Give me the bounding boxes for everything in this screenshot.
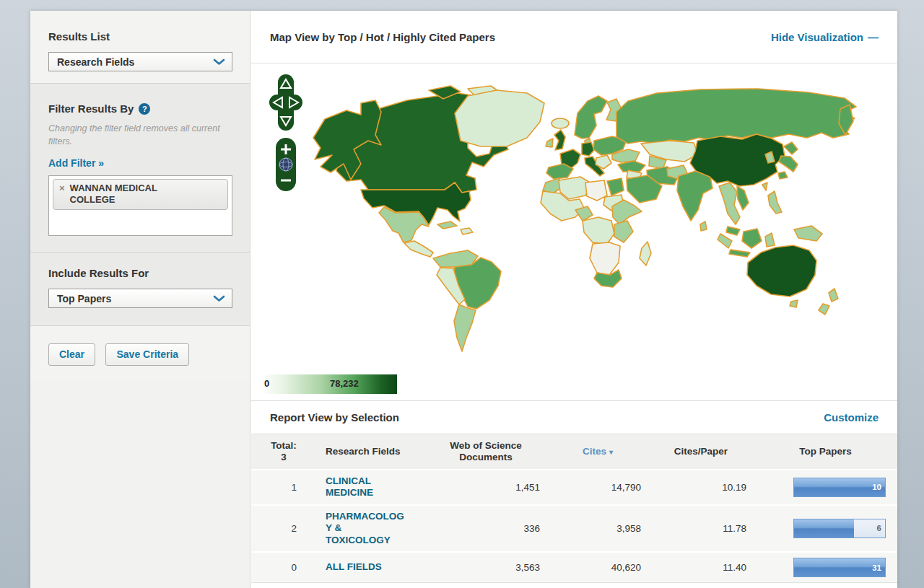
cites-per-paper-value: 10.19 <box>648 470 754 505</box>
docs-value: 1,451 <box>424 470 547 505</box>
remove-filter-icon[interactable]: × <box>59 183 65 194</box>
results-list-selected: Research Fields <box>57 56 134 68</box>
top-papers-value: 10 <box>872 483 881 491</box>
row-rank: 2 <box>251 505 316 552</box>
legend-min-label: 0 <box>264 378 269 389</box>
results-list-section: Results List Research Fields <box>30 11 250 84</box>
row-rank: 1 <box>251 470 316 505</box>
sort-descending-icon: ▾ <box>609 448 613 456</box>
criteria-actions: Clear Save Criteria <box>30 326 250 382</box>
top-papers-header[interactable]: Top Papers <box>754 434 897 470</box>
main-panel: Map View by Top / Hot / Highly Cited Pap… <box>251 11 897 588</box>
cites-sort-header[interactable]: Cites ▾ <box>547 434 648 470</box>
include-results-selected: Top Papers <box>57 293 111 304</box>
minus-icon: — <box>868 31 879 43</box>
results-list-dropdown[interactable]: Research Fields <box>48 52 232 71</box>
docs-value: 3,563 <box>424 552 547 583</box>
top-papers-bar: 31 <box>793 558 886 577</box>
sidebar: Results List Research Fields Filter Resu… <box>30 11 250 588</box>
legend-max-label: 78,232 <box>330 378 359 389</box>
help-icon[interactable]: ? <box>139 103 150 115</box>
top-papers-bar: 6 <box>793 519 886 538</box>
customize-link[interactable]: Customize <box>824 411 879 424</box>
report-table-header-row: Total:3 Research Fields Web of Science D… <box>251 434 897 470</box>
filter-tag[interactable]: × WANNAN MEDICAL COLLEGE <box>53 179 228 210</box>
table-row: 0 ALL FIELDS 3,563 40,620 11.40 31 <box>251 552 897 583</box>
save-criteria-button[interactable]: Save Criteria <box>105 343 189 366</box>
top-papers-value: 6 <box>877 524 881 532</box>
map-header: Map View by Top / Hot / Highly Cited Pap… <box>251 11 897 63</box>
chevron-down-icon <box>213 58 225 66</box>
docs-value: 336 <box>424 505 547 552</box>
app-panel: Results List Research Fields Filter Resu… <box>30 11 897 588</box>
cites-value: 14,790 <box>547 470 648 505</box>
field-link[interactable]: PHARMACOLOGY & TOXICOLOGY <box>326 511 405 546</box>
clear-button[interactable]: Clear <box>48 343 95 366</box>
chevron-down-icon <box>213 295 225 302</box>
pan-control-icon <box>269 74 302 131</box>
cites-per-paper-header[interactable]: Cites/Paper <box>648 434 754 470</box>
choropleth-map-canvas[interactable] <box>251 69 894 386</box>
wos-documents-header[interactable]: Web of Science Documents <box>424 434 547 470</box>
zoom-control-icon <box>276 138 296 191</box>
filter-list-box: × WANNAN MEDICAL COLLEGE <box>48 175 232 236</box>
research-fields-header[interactable]: Research Fields <box>316 434 424 470</box>
table-row: 2 PHARMACOLOGY & TOXICOLOGY 336 3,958 11… <box>251 505 897 552</box>
include-results-dropdown[interactable]: Top Papers <box>48 289 232 308</box>
map-navigation-controls[interactable] <box>269 74 303 197</box>
cites-per-paper-value: 11.78 <box>648 505 754 552</box>
add-filter-link[interactable]: Add Filter » <box>48 157 104 169</box>
hide-visualization-link[interactable]: Hide Visualization— <box>771 31 879 43</box>
filter-section: Filter Results By? Changing the filter f… <box>30 84 250 253</box>
results-list-heading: Results List <box>48 30 232 43</box>
total-header: Total:3 <box>251 434 316 470</box>
report-title: Report View by Selection <box>270 411 399 424</box>
field-link[interactable]: ALL FIELDS <box>326 561 382 573</box>
top-papers-bar: 10 <box>793 478 886 497</box>
cites-per-paper-value: 11.40 <box>648 552 754 583</box>
top-papers-value: 31 <box>872 563 881 572</box>
report-table: Total:3 Research Fields Web of Science D… <box>251 434 897 583</box>
table-row: 1 CLINICAL MEDICINE 1,451 14,790 10.19 1… <box>251 470 897 505</box>
page: { "colors": { "accent_blue": "#1577a5", … <box>0 0 924 588</box>
include-results-heading: Include Results For <box>48 267 232 279</box>
report-header: Report View by Selection Customize <box>251 400 897 434</box>
map-legend-gradient: 0 78,232 <box>261 374 397 394</box>
map-title: Map View by Top / Hot / Highly Cited Pap… <box>270 31 495 43</box>
field-link[interactable]: CLINICAL MEDICINE <box>326 475 403 499</box>
filter-note: Changing the filter field removes all cu… <box>48 123 232 148</box>
cites-value: 3,958 <box>547 505 648 552</box>
row-rank: 0 <box>251 552 316 583</box>
filter-tag-label: WANNAN MEDICAL COLLEGE <box>70 183 193 205</box>
include-results-section: Include Results For Top Papers <box>30 253 250 326</box>
filter-heading: Filter Results By? <box>48 102 232 115</box>
cites-value: 40,620 <box>547 552 648 583</box>
world-map[interactable]: 0 78,232 <box>251 63 897 400</box>
